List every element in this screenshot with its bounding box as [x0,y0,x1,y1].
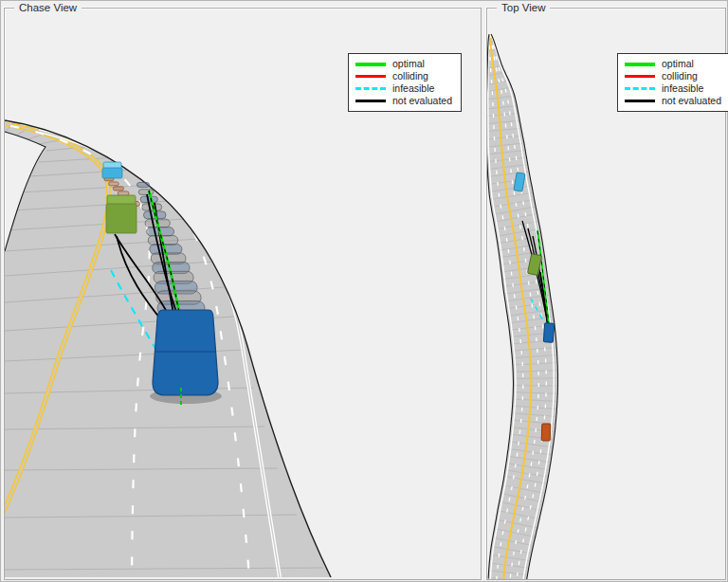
top-view-title: Top View [497,1,550,14]
ego-truck [543,323,554,343]
legend-line-infeasible [355,87,386,90]
legend-line-infeasible [625,87,655,90]
legend-item-optimal[interactable]: optimal [355,59,452,69]
top-view-panel: Top View optimal colliding infeasible no… [486,8,726,580]
chase-view-title: Chase View [14,1,82,14]
legend-item-infeasible[interactable]: infeasible [625,83,721,94]
legend-item-not-evaluated[interactable]: not evaluated [625,96,721,106]
legend-item-colliding[interactable]: colliding [625,71,721,82]
legend-label: not evaluated [392,96,452,106]
suv-green [106,195,136,233]
legend-label: not evaluated [662,96,721,106]
legend-line-colliding [355,75,386,78]
legend-line-optimal [355,63,386,66]
legend-item-infeasible[interactable]: infeasible [355,83,452,94]
legend-line-colliding [625,75,655,78]
legend-label: infeasible [662,83,703,94]
legend-line-not-evaluated [355,100,386,102]
legend-label: colliding [662,71,698,82]
legend-label: optimal [392,59,425,69]
ego-truck [150,310,222,405]
legend-label: colliding [392,71,428,82]
chase-view-legend[interactable]: optimal colliding infeasible not evaluat… [348,53,462,112]
legend-line-not-evaluated [625,100,655,102]
figure-window: Chase View optimal colliding infeasible … [0,0,728,582]
top-view-legend[interactable]: optimal colliding infeasible not evaluat… [617,53,728,112]
lead-car-cyan [102,162,122,178]
legend-label: infeasible [392,83,434,94]
legend-item-not-evaluated[interactable]: not evaluated [355,96,452,106]
car-orange [541,424,551,441]
legend-item-optimal[interactable]: optimal [625,59,721,69]
legend-line-optimal [625,63,655,66]
legend-item-colliding[interactable]: colliding [355,71,452,82]
chase-view-panel: Chase View optimal colliding infeasible … [4,8,482,580]
legend-label: optimal [662,59,694,69]
